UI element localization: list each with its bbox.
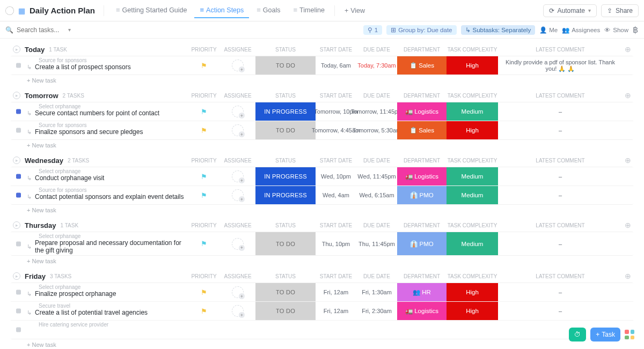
assignee-cell[interactable]: [220, 302, 255, 320]
assignee-cell[interactable]: [220, 167, 255, 185]
status-cell[interactable]: IN PROGRESS: [255, 167, 316, 185]
add-column-icon[interactable]: ⊕: [623, 91, 633, 100]
due-date-cell[interactable]: Fri, 1:30am: [356, 283, 397, 301]
status-cell[interactable]: TO DO: [255, 232, 316, 255]
task-row[interactable]: Select orphanage ↳ Prepare proposal and …: [11, 232, 633, 255]
assignees-filter[interactable]: 👥 Assignees: [562, 26, 600, 34]
assignee-add-icon[interactable]: [232, 60, 244, 71]
search-input[interactable]: [17, 26, 65, 34]
task-row[interactable]: Source for sponsors ↳ Contact potential …: [11, 185, 633, 204]
assignee-add-icon[interactable]: [232, 106, 244, 117]
tab-timeline[interactable]: ≡Timeline: [288, 3, 330, 18]
complexity-cell[interactable]: Medium: [447, 167, 498, 185]
assignee-cell[interactable]: [220, 232, 255, 255]
status-cell[interactable]: TO DO: [255, 283, 316, 301]
status-cell[interactable]: IN PROGRESS: [255, 102, 316, 121]
assignee-cell[interactable]: [220, 121, 255, 139]
complexity-cell[interactable]: High: [447, 302, 498, 320]
due-date-cell[interactable]: Tomorrow, 5:30am: [356, 121, 397, 139]
collapse-icon[interactable]: ▸: [13, 221, 20, 229]
department-cell[interactable]: 🚛 Logistics: [397, 167, 447, 185]
status-cell[interactable]: TO DO: [255, 302, 316, 320]
drag-handle[interactable]: [16, 290, 21, 295]
due-date-cell[interactable]: Tomorrow, 11:45pm: [356, 102, 397, 121]
due-date-cell[interactable]: Thu, 11:45pm: [356, 232, 397, 255]
assignee-add-icon[interactable]: [232, 286, 244, 298]
add-column-icon[interactable]: ⊕: [623, 221, 633, 229]
task-row[interactable]: Hire catering service provider: [11, 320, 633, 339]
task-row[interactable]: Source for sponsors ↳ Create a list of p…: [11, 56, 633, 75]
priority-cell[interactable]: ⚑: [188, 283, 220, 301]
start-date-cell[interactable]: Tomorrow, 10pm: [316, 102, 356, 121]
assignee-add-icon[interactable]: [232, 305, 244, 317]
start-date-cell[interactable]: Today, 6am: [316, 56, 356, 75]
assignee-add-icon[interactable]: [232, 170, 244, 182]
task-row[interactable]: Select orphanage ↳ Finalize prospect orp…: [11, 283, 633, 301]
collapse-icon[interactable]: ▸: [13, 157, 20, 164]
drag-handle[interactable]: [16, 174, 21, 179]
chevron-down-icon[interactable]: ▾: [68, 27, 71, 33]
comment-cell[interactable]: –: [498, 102, 623, 121]
new-task-link[interactable]: + New task: [27, 207, 633, 213]
more-icon[interactable]: ฿: [633, 25, 639, 35]
comment-cell[interactable]: –: [498, 232, 623, 255]
assignee-cell[interactable]: [220, 56, 255, 75]
drag-handle[interactable]: [16, 63, 21, 68]
due-date-cell[interactable]: Fri, 2:30am: [356, 302, 397, 320]
comment-cell[interactable]: –: [498, 186, 623, 204]
collapse-icon[interactable]: ▸: [13, 272, 20, 280]
drag-handle[interactable]: [16, 109, 21, 114]
collapse-icon[interactable]: ▸: [13, 92, 20, 99]
task-row[interactable]: Source for sponsors ↳ Finalize sponsors …: [11, 121, 633, 139]
automate-button[interactable]: ⟳ Automate ▾: [543, 4, 597, 17]
share-button[interactable]: ⇪ Share: [601, 4, 639, 17]
assignee-cell[interactable]: [220, 102, 255, 121]
complexity-cell[interactable]: Medium: [447, 232, 498, 255]
priority-cell[interactable]: ⚑: [188, 167, 220, 185]
task-row[interactable]: Select orphanage ↳ Secure contact number…: [11, 102, 633, 121]
priority-cell[interactable]: ⚑: [188, 302, 220, 320]
drag-handle[interactable]: [16, 128, 21, 133]
comment-cell[interactable]: –: [498, 167, 623, 185]
task-row[interactable]: Select orphanage ↳ Conduct orphanage vis…: [11, 167, 633, 185]
tab-goals[interactable]: ≡Goals: [251, 3, 286, 18]
department-cell[interactable]: 🚛 Logistics: [397, 102, 447, 121]
drag-handle[interactable]: [16, 309, 21, 314]
department-cell[interactable]: 👔 PMO: [397, 186, 447, 204]
priority-cell[interactable]: ⚑: [188, 186, 220, 204]
new-task-link[interactable]: + New task: [27, 258, 633, 264]
add-view-button[interactable]: + View: [339, 4, 370, 18]
new-task-link[interactable]: + New task: [27, 341, 633, 348]
new-task-link[interactable]: + New task: [27, 142, 633, 148]
show-filter[interactable]: 👁 Show: [604, 27, 628, 33]
apps-icon[interactable]: [625, 330, 634, 339]
timer-button[interactable]: ⏱: [569, 328, 586, 341]
assignee-add-icon[interactable]: [232, 238, 244, 250]
collapse-icon[interactable]: ▸: [13, 46, 20, 53]
status-cell[interactable]: TO DO: [255, 56, 316, 75]
comment-cell[interactable]: –: [498, 302, 623, 320]
status-cell[interactable]: TO DO: [255, 121, 316, 139]
assignee-cell[interactable]: [220, 283, 255, 301]
comment-cell[interactable]: –: [498, 283, 623, 301]
tab-action-steps[interactable]: ≡Action Steps: [194, 3, 249, 18]
priority-cell[interactable]: ⚑: [188, 102, 220, 121]
department-cell[interactable]: 🚛 Logistics: [397, 302, 447, 320]
department-cell[interactable]: 👥 HR: [397, 283, 447, 301]
start-date-cell[interactable]: Wed, 10pm: [316, 167, 356, 185]
drag-handle[interactable]: [16, 241, 21, 246]
new-task-link[interactable]: + New task: [27, 77, 633, 84]
due-date-cell[interactable]: Today, 7:30am: [356, 56, 397, 75]
complexity-cell[interactable]: Medium: [447, 186, 498, 204]
start-date-cell[interactable]: Wed, 4am: [316, 186, 356, 204]
add-column-icon[interactable]: ⊕: [623, 45, 633, 54]
filter-pill[interactable]: ⚲ 1: [363, 25, 382, 35]
priority-cell[interactable]: ⚑: [188, 121, 220, 139]
groupby-pill[interactable]: ⊞ Group by: Due date: [386, 25, 456, 35]
start-date-cell[interactable]: Tomorrow, 4:45am: [316, 121, 356, 139]
search-wrap[interactable]: 🔍 ▾: [5, 26, 71, 34]
assignee-add-icon[interactable]: [232, 124, 244, 136]
complexity-cell[interactable]: High: [447, 283, 498, 301]
priority-cell[interactable]: ⚑: [188, 232, 220, 255]
complexity-cell[interactable]: Medium: [447, 102, 498, 121]
